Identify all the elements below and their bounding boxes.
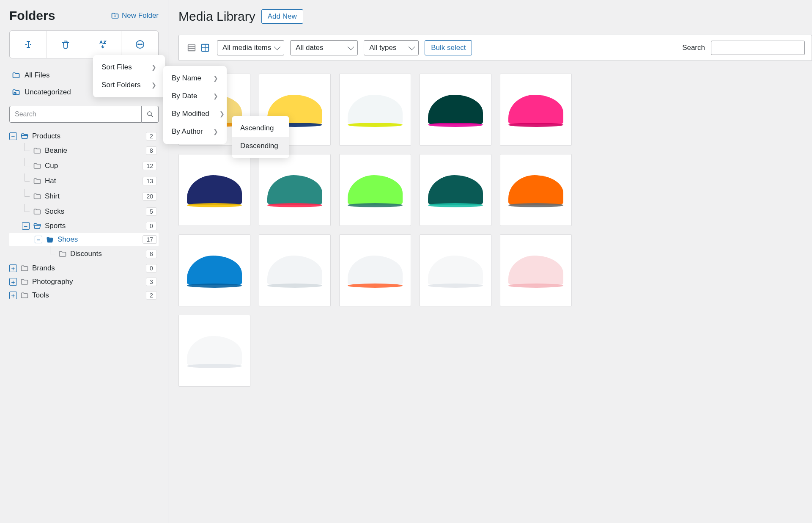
media-tile[interactable] [178,315,250,387]
menu-item[interactable]: By Modified❯ [163,105,227,123]
bulk-select-button[interactable]: Bulk select [425,40,472,55]
media-thumbnail [187,175,242,205]
media-thumbnail [267,175,322,205]
media-tile[interactable] [420,234,491,306]
media-thumbnail [348,95,403,124]
tree-item[interactable]: +Brands0 [9,262,159,275]
folder-count: 8 [146,250,157,258]
view-list-button[interactable] [186,42,198,54]
tree-item[interactable]: Beanie8 [9,143,159,158]
chevron-right-icon: ❯ [151,64,156,71]
media-tile[interactable] [339,234,411,306]
menu-item[interactable]: Descending [232,137,289,155]
sort-by-menu: By Name❯By Date❯By Modified❯By Author❯ [163,66,227,144]
tree-item[interactable]: +Photography3 [9,275,159,289]
folder-label: Shirt [45,192,143,201]
folder-count: 2 [146,291,157,300]
media-tile[interactable] [178,154,250,226]
add-new-button[interactable]: Add New [261,9,303,24]
delete-button[interactable] [47,31,84,58]
filter-media-items[interactable]: All media items [217,40,284,55]
tree-toggle[interactable]: − [35,236,42,243]
media-tile[interactable] [420,154,491,226]
folder-icon [20,278,32,286]
media-tile[interactable] [259,234,331,306]
folder-icon [20,291,32,300]
svg-point-3 [141,44,142,45]
folder-count: 2 [146,132,157,140]
folder-icon [33,207,45,216]
tree-item[interactable]: Shirt20 [9,189,159,204]
folder-count: 13 [143,177,157,185]
folder-count: 20 [143,192,157,201]
svg-point-5 [148,112,151,116]
media-tile[interactable] [500,74,572,146]
folder-count: 8 [146,146,157,155]
tree-toggle[interactable]: + [9,264,17,272]
rename-icon [23,39,33,50]
tree-item[interactable]: Hat13 [9,173,159,189]
media-thumbnail [348,256,403,285]
trash-icon [60,39,71,50]
folder-label: Tools [32,291,146,300]
tree-toggle[interactable]: + [9,278,17,286]
folder-icon [33,177,45,185]
tree-item[interactable]: −Sports0 [9,219,159,233]
menu-item[interactable]: By Name❯ [163,69,227,87]
media-thumbnail [428,175,483,205]
tree-toggle[interactable]: − [9,132,17,140]
more-icon [135,39,145,50]
folder-search-input[interactable] [9,106,142,123]
media-tile[interactable] [259,154,331,226]
tree-toggle[interactable]: + [9,292,17,299]
folder-icon [20,132,32,140]
more-button[interactable] [121,31,158,58]
view-grid-button[interactable] [199,42,211,54]
folder-count: 0 [146,222,157,230]
tree-item[interactable]: −Products2 [9,129,159,143]
sort-menu: Sort Files❯Sort Folders❯ [93,55,165,97]
media-thumbnail [508,95,563,124]
main-content: Media Library Add New All media items Al… [168,0,812,523]
folder-search-button[interactable] [142,106,159,123]
tree-item[interactable]: −Shoes17 [9,233,159,246]
svg-point-2 [140,44,140,45]
media-tile[interactable] [339,74,411,146]
tree-item[interactable]: Socks5 [9,204,159,219]
menu-item[interactable]: By Author❯ [163,123,227,140]
tree-toggle[interactable]: − [22,222,30,230]
media-thumbnail [428,256,483,285]
tree-item[interactable]: +Tools2 [9,289,159,302]
menu-item[interactable]: By Date❯ [163,87,227,105]
new-folder-button[interactable]: New Folder [111,11,159,20]
tree-item[interactable]: Discounts8 [9,246,159,262]
folder-icon [33,146,45,155]
media-tile[interactable] [500,234,572,306]
folder-label: Products [32,132,146,140]
media-tile[interactable] [178,234,250,306]
folder-icon [33,222,45,230]
media-tile[interactable] [339,154,411,226]
chevron-right-icon: ❯ [213,75,218,82]
menu-item[interactable]: Ascending [232,119,289,137]
chevron-right-icon: ❯ [219,110,225,117]
media-tile[interactable] [420,74,491,146]
svg-point-1 [138,44,139,45]
folder-count: 12 [143,162,157,170]
media-tile[interactable] [500,154,572,226]
menu-item[interactable]: Sort Files❯ [93,58,165,76]
tree-item[interactable]: Cup12 [9,158,159,173]
filter-dates[interactable]: All dates [290,40,358,55]
filter-types[interactable]: All types [364,40,419,55]
menu-item[interactable]: Sort Folders❯ [93,76,165,94]
folder-label: Shoes [58,235,143,244]
folder-label: Sports [45,222,146,230]
chevron-right-icon: ❯ [213,128,218,135]
sidebar-toolbar [9,30,159,58]
media-search-input[interactable] [711,41,805,55]
svg-rect-6 [188,45,195,51]
folder-count: 5 [146,207,157,216]
sort-button[interactable] [84,31,121,58]
rename-button[interactable] [10,31,47,58]
folder-icon [33,192,45,201]
